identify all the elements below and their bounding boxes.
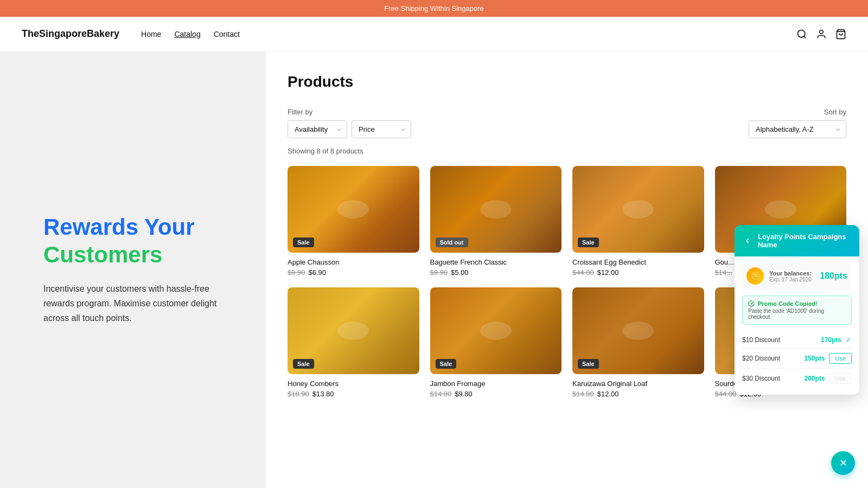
balance-points: 180pts	[820, 271, 847, 281]
product-badge-1: Sold out	[436, 237, 468, 247]
filter-left: Filter by Availability Price	[288, 108, 411, 138]
price-sale-4: $13.80	[312, 390, 334, 398]
product-image-wrap-4: Sale	[288, 287, 419, 374]
sort-right: Sort by Alphabetically, A-Z	[749, 108, 846, 138]
loyalty-widget: Loyalty Points Campaigns Name 🪙 Your bal…	[735, 225, 859, 395]
product-image-wrap-2: Sale	[572, 166, 704, 253]
loyalty-title: Loyalty Points Campaigns Name	[758, 233, 851, 249]
main-layout: Rewards Your Customers Incentivise your …	[0, 52, 868, 488]
product-card-1[interactable]: Sold out Baguette French Classic $9.90 $…	[430, 166, 562, 277]
showing-text: Showing 8 of 8 products	[288, 147, 846, 155]
product-prices-4: $18.90 $13.80	[288, 390, 419, 398]
product-card-4[interactable]: Sale Honey Combers $18.90 $13.80	[288, 287, 419, 398]
discount-pts-use-1: 150pts Use	[804, 353, 852, 364]
product-badge-0: Sale	[293, 237, 314, 247]
price-sale-1: $5.00	[451, 268, 469, 277]
svg-line-1	[804, 36, 806, 38]
price-filter[interactable]: Price	[352, 120, 411, 138]
rewards-title-blue: Rewards Your	[43, 214, 195, 240]
product-badge-6: Sale	[578, 359, 599, 369]
rewards-title-green: Customers	[43, 242, 162, 267]
discount-row-2: $30 Discount 200pts Use	[742, 369, 852, 388]
loyalty-back-button[interactable]	[743, 235, 752, 246]
discount-pts-2: 200pts	[804, 375, 825, 382]
loyalty-balance-row: 🪙 Your balances: Exp. 17 Jan 2020 180pts	[742, 263, 852, 289]
product-card-0[interactable]: Sale Apple Chausson $9.90 $6.90	[288, 166, 419, 277]
nav-contact[interactable]: Contact	[214, 30, 240, 38]
price-original-7: $44.00	[715, 390, 737, 398]
discount-label-1: $20 Discount	[742, 355, 780, 362]
discount-pts-use-0: 170pts ✓	[821, 336, 852, 344]
product-card-5[interactable]: Sale Jambon Fromage $14.80 $9.80	[430, 287, 562, 398]
header-icons	[796, 29, 846, 40]
product-prices-0: $9.90 $6.90	[288, 268, 419, 277]
discount-label-2: $30 Discount	[742, 375, 780, 382]
product-name-0: Apple Chausson	[288, 258, 419, 266]
price-sale-0: $6.90	[309, 268, 327, 277]
svg-point-0	[798, 30, 805, 37]
loyalty-header: Loyalty Points Campaigns Name	[735, 225, 859, 256]
availability-filter[interactable]: Availability	[288, 120, 347, 138]
left-panel: Rewards Your Customers Incentivise your …	[0, 52, 266, 488]
announcement-bar: Free Shipping Within Singapore	[0, 0, 868, 17]
use-button-2[interactable]: Use	[829, 373, 852, 384]
product-image-wrap-5: Sale	[430, 287, 562, 374]
check-icon-0: ✓	[846, 336, 852, 344]
discount-pts-0: 170pts	[821, 336, 841, 344]
filter-label: Filter by	[288, 108, 411, 116]
rewards-description: Incentivise your customers with hassle-f…	[43, 281, 222, 326]
discount-row-1: $20 Discount 150pts Use	[742, 349, 852, 369]
loyalty-balance-text: Your balances: Exp. 17 Jan 2020	[769, 270, 814, 282]
price-original-5: $14.80	[430, 390, 452, 398]
logo[interactable]: TheSingaporeBakery	[22, 28, 119, 40]
promo-copied-title: Promo Code Copied!	[748, 300, 846, 307]
product-name-1: Baguette French Classic	[430, 258, 562, 266]
price-original-0: $9.90	[288, 268, 305, 277]
price-sale-5: $9.80	[455, 390, 473, 398]
use-button-1[interactable]: Use	[829, 353, 852, 364]
header: TheSingaporeBakery Home Catalog Contact	[0, 17, 868, 52]
filter-inputs: Availability Price	[288, 120, 411, 138]
promo-copied-box: Promo Code Copied! Paste the code 'AD100…	[742, 296, 852, 325]
discount-label-0: $10 Discount	[742, 336, 780, 344]
product-name-4: Honey Combers	[288, 380, 419, 388]
product-prices-6: $14.80 $12.00	[572, 390, 704, 398]
filter-row: Filter by Availability Price Sort by Alp…	[288, 108, 846, 138]
product-image-wrap-0: Sale	[288, 166, 419, 253]
loyalty-coin-icon: 🪙	[746, 267, 764, 285]
discount-pts-use-2: 200pts Use	[804, 373, 852, 384]
svg-point-9	[480, 322, 512, 340]
sort-select[interactable]: Alphabetically, A-Z	[749, 120, 846, 138]
close-fab-button[interactable]: ✕	[831, 451, 855, 475]
balance-label: Your balances:	[769, 270, 814, 277]
discount-row-0: $10 Discount 170pts ✓	[742, 331, 852, 349]
price-sale-6: $12.00	[597, 390, 619, 398]
product-prices-5: $14.80 $9.80	[430, 390, 562, 398]
product-image-wrap-1: Sold out	[430, 166, 562, 253]
account-icon[interactable]	[816, 29, 827, 40]
header-left: TheSingaporeBakery Home Catalog Contact	[22, 28, 240, 40]
nav-home[interactable]: Home	[141, 30, 161, 38]
shop-panel: Products Filter by Availability Price So…	[266, 52, 868, 488]
main-nav: Home Catalog Contact	[141, 30, 240, 38]
discount-pts-1: 150pts	[804, 355, 825, 362]
rewards-title: Rewards Your Customers	[43, 214, 222, 268]
price-original-6: $14.80	[572, 390, 594, 398]
price-original-4: $18.90	[288, 390, 309, 398]
svg-point-6	[622, 200, 654, 219]
price-original-2: $44.00	[572, 268, 594, 277]
page-title: Products	[288, 73, 846, 91]
search-icon[interactable]	[796, 29, 807, 40]
product-card-2[interactable]: Sale Croissant Egg Benedict $44.00 $12.0…	[572, 166, 704, 277]
product-prices-1: $9.90 $5.00	[430, 268, 562, 277]
price-original-1: $9.90	[430, 268, 448, 277]
svg-point-10	[622, 322, 654, 340]
sort-label: Sort by	[824, 108, 846, 116]
product-name-2: Croissant Egg Benedict	[572, 258, 704, 266]
promo-copied-desc: Paste the code 'AD1000' during checkout.	[748, 308, 846, 320]
nav-catalog[interactable]: Catalog	[174, 30, 200, 38]
product-badge-5: Sale	[436, 359, 457, 369]
svg-point-2	[820, 30, 824, 34]
product-card-6[interactable]: Sale Karuizawa Original Loaf $14.80 $12.…	[572, 287, 704, 398]
cart-icon[interactable]	[835, 29, 846, 40]
